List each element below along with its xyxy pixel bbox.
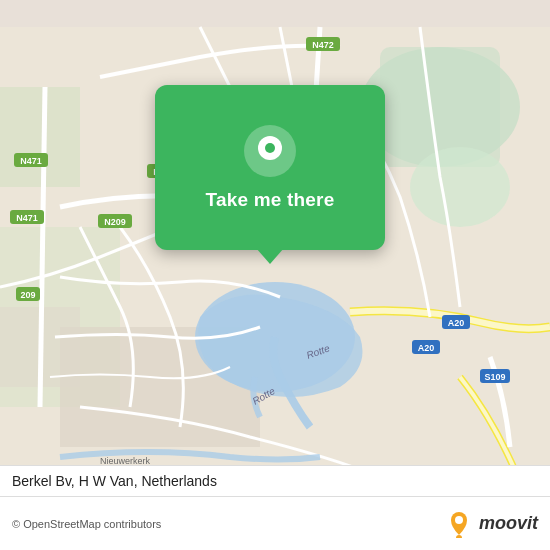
location-text: Berkel Bv, H W Van, Netherlands [12, 473, 217, 489]
moovit-brand-label: moovit [479, 513, 538, 534]
bottom-bar: © OpenStreetMap contributors moovit [0, 496, 550, 550]
svg-text:N471: N471 [20, 156, 42, 166]
svg-point-37 [265, 143, 275, 153]
svg-rect-3 [380, 47, 500, 167]
svg-text:S109: S109 [484, 372, 505, 382]
svg-text:N471: N471 [16, 213, 38, 223]
svg-point-4 [410, 147, 510, 227]
location-bar: Berkel Bv, H W Van, Netherlands [0, 465, 550, 496]
svg-text:A20: A20 [418, 343, 435, 353]
moovit-icon [445, 510, 473, 538]
svg-text:N472: N472 [312, 40, 334, 50]
svg-text:209: 209 [20, 290, 35, 300]
svg-text:N209: N209 [104, 217, 126, 227]
take-me-there-button[interactable]: Take me there [206, 189, 335, 211]
svg-point-39 [455, 516, 463, 524]
svg-text:A20: A20 [448, 318, 465, 328]
svg-point-38 [456, 535, 462, 538]
location-pin-icon [244, 125, 296, 177]
moovit-logo: moovit [445, 510, 538, 538]
svg-rect-6 [0, 87, 80, 187]
popup-card[interactable]: Take me there [155, 85, 385, 250]
map-container: N472 N471 N209 N471 N209 209 A20 A20 S10… [0, 0, 550, 550]
attribution-text: © OpenStreetMap contributors [12, 518, 161, 530]
